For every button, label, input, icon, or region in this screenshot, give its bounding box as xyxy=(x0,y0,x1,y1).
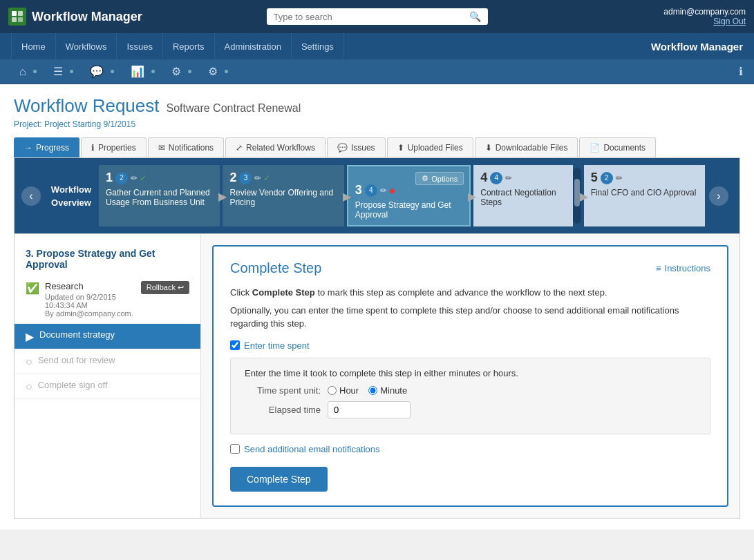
nav-item-workflows[interactable]: Workflows xyxy=(56,33,117,59)
nav-dot xyxy=(188,70,191,73)
icon-nav-gear[interactable]: ⚙ xyxy=(200,59,236,84)
search-icon[interactable]: 🔍 xyxy=(469,11,481,22)
email-notif-row: Send additional email notifications xyxy=(230,444,710,454)
user-email: admin@company.com xyxy=(663,7,746,17)
step-4-badge: 4 xyxy=(490,172,502,184)
complete-step-button[interactable]: Complete Step xyxy=(230,467,328,492)
step-2-badge: 3 xyxy=(239,172,252,184)
time-unit-radio-group: Hour Minute xyxy=(328,385,407,396)
notifications-tab-icon: ✉ xyxy=(158,143,165,153)
hour-radio[interactable] xyxy=(328,386,337,395)
tab-label: Downloadable Files xyxy=(496,143,568,153)
enter-time-checkbox[interactable] xyxy=(230,340,240,350)
workflow-next-wrapper: › xyxy=(705,165,733,226)
step-item-content: Research Updated on 9/2/2015 10:43:34 AM… xyxy=(45,281,135,318)
elapsed-time-row: Elapsed time xyxy=(245,401,696,418)
tab-label: Issues xyxy=(351,143,375,153)
left-step-send-review[interactable]: ○ Send out for review xyxy=(15,349,200,374)
progress-tab-icon: → xyxy=(24,143,32,153)
nav-item-home[interactable]: Home xyxy=(11,33,56,59)
nav-item-issues[interactable]: Issues xyxy=(117,33,163,59)
nav-item-reports[interactable]: Reports xyxy=(163,33,215,59)
tab-label: Notifications xyxy=(169,143,214,153)
elapsed-input[interactable] xyxy=(328,401,411,418)
step-3-title: Propose Strategy and Get Approval xyxy=(355,200,462,220)
tab-label: Progress xyxy=(36,143,69,153)
steps-container: 1 2 ✏ ✓ Gather Current and Planned Usage… xyxy=(99,165,705,226)
search-input[interactable] xyxy=(274,12,469,22)
tab-properties[interactable]: ℹ Properties xyxy=(81,137,147,157)
list-icon: ≡ xyxy=(656,263,661,273)
complete-step-box: Complete Step ≡ Instructions Click Compl… xyxy=(212,245,728,507)
related-tab-icon: ⤢ xyxy=(236,143,243,153)
tab-notifications[interactable]: ✉ Notifications xyxy=(148,137,224,157)
minute-radio-label[interactable]: Minute xyxy=(368,385,407,396)
nav-bar: Home Workflows Issues Reports Administra… xyxy=(0,33,754,59)
time-spent-row: Time spent unit: Hour Minute xyxy=(245,385,696,396)
nav-right-label: Workflow Manager xyxy=(651,41,743,52)
tab-progress[interactable]: → Progress xyxy=(14,137,79,157)
scrollbar-thumb xyxy=(574,179,580,206)
elapsed-label: Elapsed time xyxy=(245,405,321,415)
left-step-research[interactable]: ✅ Research Updated on 9/2/2015 10:43:34 … xyxy=(15,276,200,324)
tab-related-workflows[interactable]: ⤢ Related Workflows xyxy=(225,137,326,157)
cs-title: Complete Step xyxy=(230,260,321,276)
minute-radio[interactable] xyxy=(368,386,377,395)
nav-item-administration[interactable]: Administration xyxy=(215,33,292,59)
step-arrow: ▶ xyxy=(218,189,227,202)
icon-nav-home[interactable]: ⌂ xyxy=(11,59,45,84)
tab-downloadable-files[interactable]: ⬇ Downloadable Files xyxy=(475,137,578,157)
step-3-badge: 4 xyxy=(365,184,377,197)
rollback-button[interactable]: Rollback ↩ xyxy=(141,281,189,294)
upload-tab-icon: ⬆ xyxy=(397,143,404,153)
options-button[interactable]: ⚙ Options xyxy=(415,172,464,185)
info-icon[interactable]: ℹ xyxy=(739,65,743,78)
hour-radio-label[interactable]: Hour xyxy=(328,385,359,396)
home-icon: ⌂ xyxy=(19,66,26,78)
tab-issues[interactable]: 💬 Issues xyxy=(327,137,386,157)
email-notif-label: Send additional email notifications xyxy=(244,444,380,454)
email-notif-checkbox[interactable] xyxy=(230,444,240,454)
enter-time-row: Enter time spent xyxy=(230,340,710,351)
right-panel: Complete Step ≡ Instructions Click Compl… xyxy=(201,234,739,518)
tab-label: Related Workflows xyxy=(246,143,315,153)
step-4-title: Contract Negotiation Steps xyxy=(480,188,565,207)
edit-icon: ✏ xyxy=(254,173,261,183)
check-circle-icon: ✅ xyxy=(26,282,39,295)
page-title: Workflow Request xyxy=(14,95,160,117)
svg-rect-0 xyxy=(12,11,17,16)
documents-tab-icon: 📄 xyxy=(590,143,600,153)
sign-out-link[interactable]: Sign Out xyxy=(713,17,746,26)
workflow-step-2[interactable]: 2 3 ✏ ✓ Review Vendor Offering and Prici… xyxy=(223,165,343,226)
tabs-row: → Progress ℹ Properties ✉ Notifications … xyxy=(14,137,740,157)
workflow-step-1[interactable]: 1 2 ✏ ✓ Gather Current and Planned Usage… xyxy=(99,165,220,226)
left-step-complete-signoff[interactable]: ○ Complete sign off xyxy=(15,374,200,399)
icon-nav-list[interactable]: ☰ xyxy=(45,59,82,84)
edit-icon: ✏ xyxy=(505,173,512,183)
step-5-badge: 2 xyxy=(601,172,613,184)
workflow-step-5[interactable]: 5 2 ✏ Final CFO and CIO Approval xyxy=(584,165,705,226)
step-item-content: Document strategy xyxy=(39,329,115,340)
tab-uploaded-files[interactable]: ⬆ Uploaded Files xyxy=(387,137,473,157)
step-1-badge: 2 xyxy=(115,172,128,184)
tab-documents[interactable]: 📄 Documents xyxy=(579,137,656,157)
icon-nav-chat[interactable]: 💬 xyxy=(82,59,122,84)
instructions-link[interactable]: ≡ Instructions xyxy=(656,263,710,273)
workflow-step-4[interactable]: 4 4 ✏ Contract Negotiation Steps xyxy=(473,165,572,226)
step-arrow: ▶ xyxy=(580,189,588,202)
icon-nav-chart[interactable]: 📊 xyxy=(122,59,163,84)
tab-label: Uploaded Files xyxy=(408,143,463,153)
edit-icon: ✏ xyxy=(616,173,623,183)
download-tab-icon: ⬇ xyxy=(485,143,492,153)
workflow-prev-button[interactable]: ‹ xyxy=(21,186,41,206)
left-step-document-strategy[interactable]: ▶ Document strategy xyxy=(15,324,200,349)
icon-nav-filter[interactable]: ⚙ xyxy=(163,59,200,84)
workflow-step-3[interactable]: ⚙ Options 3 4 ✏ ◆ Propose Strategy and G… xyxy=(347,165,471,226)
chat-icon: 💬 xyxy=(90,65,104,78)
nav-item-settings[interactable]: Settings xyxy=(292,33,344,59)
app-logo-icon xyxy=(8,8,26,26)
step-5-title: Final CFO and CIO Approval xyxy=(591,188,698,197)
edit-icon: ✏ xyxy=(380,186,387,195)
workflow-next-button[interactable]: › xyxy=(709,186,728,206)
svg-rect-3 xyxy=(18,17,23,22)
